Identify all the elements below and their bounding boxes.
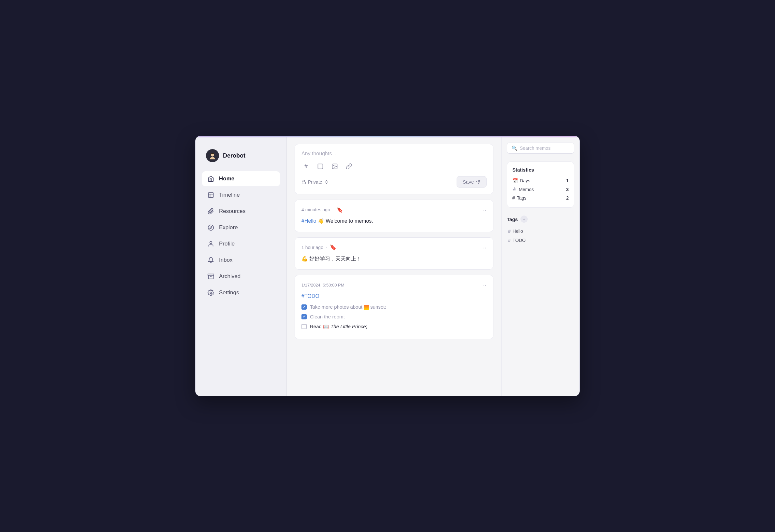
- memo-header-3: 1/17/2024, 6:50:00 PM ···: [302, 282, 486, 288]
- checkbox-2[interactable]: ✓: [302, 314, 307, 319]
- link-tool[interactable]: [345, 162, 354, 171]
- tags-header: Tags +: [507, 216, 574, 223]
- todo-item-3: Read 📖 The Little Prince;: [302, 323, 486, 330]
- memo-meta-2: 1 hour ago · 🔖: [302, 244, 336, 250]
- svg-rect-8: [208, 274, 214, 275]
- stat-row-memos: Memos 3: [512, 185, 569, 194]
- memo-content-1: #Hello 👋 Welcome to memos.: [302, 217, 486, 225]
- profile-icon: [207, 240, 215, 247]
- memos-value: 3: [566, 187, 569, 192]
- memo-dot-1: ·: [333, 207, 334, 212]
- timeline-label: Timeline: [219, 192, 240, 198]
- user-profile[interactable]: Derobot: [202, 147, 280, 165]
- calendar-icon: 📅: [512, 178, 518, 183]
- svg-rect-14: [302, 182, 306, 184]
- home-icon: [207, 175, 215, 182]
- checkbox-1[interactable]: ✓: [302, 304, 307, 310]
- tags-section: Tags + # Hello # TODO: [507, 214, 574, 246]
- memo-header-2: 1 hour ago · 🔖 ···: [302, 244, 486, 251]
- privacy-selector[interactable]: Private: [302, 179, 329, 185]
- svg-point-13: [333, 165, 334, 166]
- stat-label-memos: Memos: [512, 187, 534, 192]
- sidebar-item-settings[interactable]: Settings: [202, 285, 280, 300]
- memo-tag-1[interactable]: #Hello: [302, 218, 316, 224]
- memo-more-1[interactable]: ···: [481, 206, 486, 213]
- add-tag-button[interactable]: +: [520, 216, 528, 223]
- tag-tool[interactable]: #: [302, 162, 311, 171]
- search-placeholder[interactable]: Search memos: [520, 146, 550, 151]
- svg-rect-2: [209, 193, 214, 198]
- stat-row-days: 📅 Days 1: [512, 176, 569, 185]
- resources-icon: [207, 208, 215, 215]
- bookmark-icon-2[interactable]: 🔖: [330, 244, 336, 250]
- inbox-label: Inbox: [219, 257, 233, 263]
- svg-marker-6: [210, 226, 212, 229]
- sidebar-item-inbox[interactable]: Inbox: [202, 253, 280, 268]
- tag-label-todo: TODO: [513, 238, 526, 243]
- sunset-emoji: [364, 305, 369, 310]
- search-icon: 🔍: [512, 146, 517, 151]
- app-window: Derobot Home Timeline: [195, 136, 580, 396]
- statistics-title: Statistics: [512, 167, 569, 173]
- profile-label: Profile: [219, 241, 235, 247]
- settings-label: Settings: [219, 289, 239, 296]
- code-tool[interactable]: [316, 162, 325, 171]
- right-sidebar: 🔍 Search memos Statistics 📅 Days 1: [501, 136, 579, 396]
- statistics-section: Statistics 📅 Days 1: [507, 161, 574, 208]
- main-content: Any thoughts... #: [287, 136, 501, 396]
- save-button[interactable]: Save: [457, 176, 486, 188]
- svg-rect-11: [318, 164, 323, 169]
- username-label: Derobot: [223, 152, 246, 159]
- tags-title: Tags: [507, 217, 518, 222]
- memo-text-2: 💪 好好学习，天天向上！: [302, 256, 361, 261]
- memo-time-3: 1/17/2024, 6:50:00 PM: [302, 283, 345, 287]
- archived-label: Archived: [219, 273, 241, 280]
- memo-time-2: 1 hour ago: [302, 245, 323, 250]
- bookmark-icon-1[interactable]: 🔖: [337, 207, 343, 213]
- inbox-icon: [207, 257, 215, 264]
- sidebar-item-timeline[interactable]: Timeline: [202, 188, 280, 203]
- image-tool[interactable]: [330, 162, 339, 171]
- memos-label: Memos: [519, 187, 534, 192]
- home-label: Home: [219, 175, 234, 182]
- sidebar-item-resources[interactable]: Resources: [202, 204, 280, 219]
- sidebar-item-home[interactable]: Home: [202, 171, 280, 186]
- memo-text-1: 👋 Welcome to memos.: [318, 218, 373, 224]
- resources-label: Resources: [219, 208, 246, 215]
- days-label: Days: [520, 178, 530, 183]
- sidebar-item-archived[interactable]: Archived: [202, 269, 280, 284]
- memo-header-1: 4 minutes ago · 🔖 ···: [302, 206, 486, 213]
- search-box[interactable]: 🔍 Search memos: [507, 143, 574, 154]
- sidebar-item-explore[interactable]: Explore: [202, 220, 280, 235]
- memo-content-2: 💪 好好学习，天天向上！: [302, 255, 486, 263]
- svg-point-5: [208, 225, 214, 231]
- save-label: Save: [463, 179, 474, 185]
- svg-point-10: [210, 292, 212, 294]
- svg-point-7: [210, 242, 212, 244]
- memo-more-3[interactable]: ···: [481, 282, 486, 288]
- memo-card-1: 4 minutes ago · 🔖 ··· #Hello 👋 Welcome t…: [295, 200, 493, 232]
- checkbox-3[interactable]: [302, 324, 307, 329]
- tag-item-todo[interactable]: # TODO: [507, 236, 574, 245]
- compose-tools: #: [302, 162, 486, 171]
- todo-text-1: Take more photos about sunset;: [310, 303, 386, 311]
- tag-item-hello[interactable]: # Hello: [507, 227, 574, 236]
- memo-time-1: 4 minutes ago: [302, 207, 330, 212]
- memo-card-2: 1 hour ago · 🔖 ··· 💪 好好学习，天天向上！: [295, 237, 493, 270]
- memo-more-2[interactable]: ···: [481, 244, 486, 251]
- tags-count-icon: #: [512, 195, 515, 201]
- todo-text-2: Clean the room;: [310, 313, 345, 321]
- stat-label-tags: # Tags: [512, 195, 526, 201]
- stat-row-tags: # Tags 2: [512, 194, 569, 202]
- tags-label: Tags: [517, 195, 527, 201]
- days-value: 1: [566, 178, 569, 183]
- memo-content-3: #TODO ✓ Take more photos about sunset; ✓…: [302, 292, 486, 330]
- archived-icon: [207, 273, 215, 280]
- sidebar-item-profile[interactable]: Profile: [202, 236, 280, 251]
- explore-label: Explore: [219, 224, 238, 231]
- compose-placeholder[interactable]: Any thoughts...: [302, 151, 486, 157]
- settings-icon: [207, 289, 215, 296]
- tag-hash-todo: #: [508, 238, 511, 243]
- memo-card-3: 1/17/2024, 6:50:00 PM ··· #TODO ✓ Take m…: [295, 275, 493, 339]
- todo-tag[interactable]: #TODO: [302, 293, 319, 299]
